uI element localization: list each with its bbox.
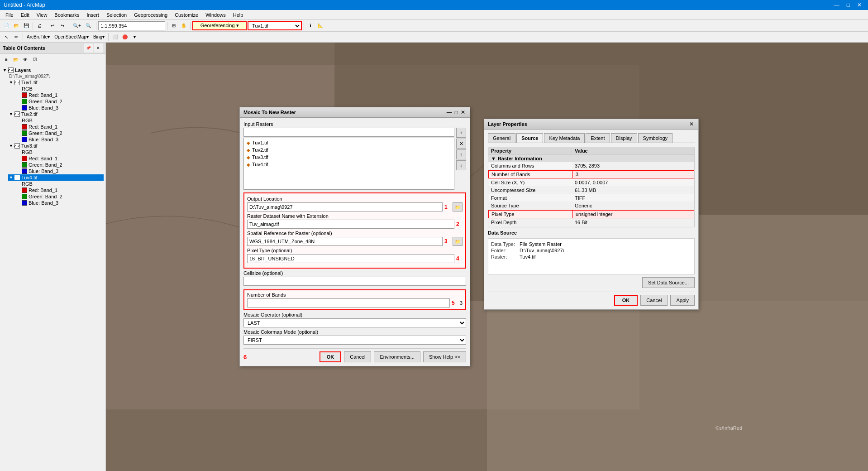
tab-display[interactable]: Display <box>611 133 637 143</box>
open-button[interactable]: 📂 <box>12 21 21 30</box>
arc-bru-tile[interactable]: ArcBruTile▾ <box>25 33 52 42</box>
map-tool2[interactable]: 🔴 <box>120 33 129 42</box>
layers-checkbox[interactable]: ✓ <box>8 67 14 73</box>
menu-help[interactable]: Help <box>229 11 247 19</box>
mosaic-colormap-select[interactable]: FIRST <box>243 336 466 345</box>
map-area[interactable]: ©s/InfraRed Mosaic To New Raster — □ ✕ I… <box>106 43 868 471</box>
save-button[interactable]: 💾 <box>22 21 31 30</box>
georeferencing-dropdown[interactable]: Georeferencing ▾ <box>192 21 247 30</box>
select-elements[interactable]: ↖ <box>2 33 11 42</box>
pan-button[interactable]: ✋ <box>179 21 188 30</box>
tuv2-expand[interactable]: ▼ <box>9 112 13 116</box>
tuv2-checkbox[interactable]: ✓ <box>14 111 20 117</box>
mosaic-close[interactable]: ✕ <box>460 109 466 115</box>
layers-root[interactable]: ▼ ✓ Layers <box>2 67 104 73</box>
mosaic-ok-button[interactable]: OK <box>320 351 342 362</box>
mosaic-op-select[interactable]: LAST <box>243 318 466 327</box>
mosaic-dialog-title[interactable]: Mosaic To New Raster — □ ✕ <box>240 107 470 118</box>
tab-source[interactable]: Source <box>516 133 543 143</box>
mosaic-minimize[interactable]: — <box>446 109 453 115</box>
menu-selection[interactable]: Selection <box>103 11 130 19</box>
rasters-search-input[interactable] <box>243 128 454 137</box>
toc-list-by-source[interactable]: 📂 <box>11 55 20 64</box>
output-location-input[interactable] <box>247 202 443 211</box>
cellsize-input[interactable] <box>243 277 466 286</box>
map-tool1[interactable]: ⬜ <box>110 33 119 42</box>
tuv4-expand[interactable]: ▼ <box>9 175 13 180</box>
tab-extent[interactable]: Extent <box>586 133 610 143</box>
tuv1-expand[interactable]: ▼ <box>9 80 13 85</box>
toc-close-button[interactable]: ✕ <box>94 43 103 53</box>
output-browse-button[interactable]: 📁 <box>453 202 463 211</box>
menu-file[interactable]: File <box>2 11 17 19</box>
open-street-map[interactable]: OpenStreetMap▾ <box>52 33 91 42</box>
print-button[interactable]: 🖨 <box>35 21 44 30</box>
menu-windows[interactable]: Windows <box>202 11 229 19</box>
undo-button[interactable]: ↩ <box>48 21 57 30</box>
tuv3-expand[interactable]: ▼ <box>9 144 13 148</box>
show-help-button[interactable]: Show Help >> <box>423 351 466 362</box>
full-extent-button[interactable]: ⊞ <box>169 21 178 30</box>
layer-props-apply-button[interactable]: Apply <box>670 295 695 306</box>
toc-pin-button[interactable]: 📌 <box>84 43 93 53</box>
georef-file-select[interactable]: Tuv1.tif <box>248 21 302 30</box>
tuv3-item[interactable]: ▼ ✓ Tuv3.tif <box>8 143 104 149</box>
measure-button[interactable]: 📐 <box>316 21 325 30</box>
menu-insert[interactable]: Insert <box>83 11 103 19</box>
menu-view[interactable]: View <box>33 11 51 19</box>
edit-tool[interactable]: ✏ <box>12 33 21 42</box>
redo-button[interactable]: ↪ <box>58 21 67 30</box>
number-bands-input[interactable] <box>247 298 450 308</box>
menu-geoprocessing[interactable]: Geoprocessing <box>130 11 171 19</box>
set-data-source-button[interactable]: Set Data Source... <box>642 277 695 288</box>
raster-item-1[interactable]: ◆ Tuv2.tif <box>245 146 453 154</box>
move-up-button[interactable]: ↑ <box>456 149 466 159</box>
layer-props-title[interactable]: Layer Properties ✕ <box>484 119 698 130</box>
layer-props-cancel-button[interactable]: Cancel <box>640 295 668 306</box>
raster-name-input[interactable] <box>247 220 454 229</box>
toc-list-by-drawing-order[interactable]: ≡ <box>2 55 11 64</box>
environments-button[interactable]: Environments... <box>374 351 420 362</box>
spatial-ref-input[interactable] <box>247 237 443 246</box>
maximize-button[interactable]: □ <box>844 2 853 8</box>
folder-path: D:\Tuv_aimag\0927\ <box>9 74 50 79</box>
menu-customize[interactable]: Customize <box>171 11 202 19</box>
zoom-in-button[interactable]: 🔍+ <box>71 21 83 30</box>
minimize-button[interactable]: — <box>831 2 842 8</box>
layer-props-close[interactable]: ✕ <box>688 121 695 127</box>
map-tool3[interactable]: ▾ <box>130 33 139 42</box>
props-scroll[interactable]: ▼ Raster Information Columns and Rows 37… <box>488 155 695 227</box>
section-toggle[interactable]: ▼ <box>491 156 496 161</box>
toc-list-by-selection[interactable]: ☑ <box>30 55 39 64</box>
tab-key-metadata[interactable]: Key Metadata <box>544 133 585 143</box>
spatial-ref-browse[interactable]: 📁 <box>453 237 463 246</box>
raster-item-3[interactable]: ◆ Tuv4.tif <box>245 161 453 168</box>
layers-expand-icon[interactable]: ▼ <box>3 68 7 72</box>
tuv4-item[interactable]: ▼ ✓ Tuv4.tif <box>8 174 104 181</box>
toc-list-by-visibility[interactable]: 👁 <box>21 55 30 64</box>
remove-raster-button[interactable]: ✕ <box>456 139 466 149</box>
layer-props-ok-button[interactable]: OK <box>614 295 638 306</box>
tuv4-checkbox[interactable]: ✓ <box>14 175 20 180</box>
mosaic-cancel-button[interactable]: Cancel <box>344 351 371 362</box>
tab-general[interactable]: General <box>488 133 515 143</box>
close-app-button[interactable]: ✕ <box>854 2 864 8</box>
new-button[interactable]: 📄 <box>2 21 11 30</box>
tuv2-item[interactable]: ▼ ✓ Tuv2.tif <box>8 111 104 117</box>
raster-item-0[interactable]: ◆ Tuv1.tif <box>245 139 453 146</box>
tuv3-checkbox[interactable]: ✓ <box>14 143 20 149</box>
pixel-type-select[interactable]: 16_BIT_UNSIGNED <box>247 254 454 263</box>
tab-symbology[interactable]: Symbology <box>638 133 672 143</box>
bing[interactable]: Bing▾ <box>91 33 106 42</box>
mosaic-maximize[interactable]: □ <box>454 109 459 115</box>
identify-button[interactable]: ℹ <box>306 21 315 30</box>
menu-bookmarks[interactable]: Bookmarks <box>51 11 83 19</box>
tuv1-item[interactable]: ▼ ✓ Tuv1.tif <box>8 79 104 86</box>
scale-input[interactable]: 1:1,959,354 <box>98 21 165 30</box>
add-raster-button[interactable]: + <box>456 128 466 138</box>
move-down-button[interactable]: ↓ <box>456 160 466 170</box>
zoom-out-button[interactable]: 🔍- <box>84 21 94 30</box>
menu-edit[interactable]: Edit <box>17 11 33 19</box>
tuv1-checkbox[interactable]: ✓ <box>14 80 20 85</box>
raster-item-2[interactable]: ◆ Tuv3.tif <box>245 154 453 161</box>
